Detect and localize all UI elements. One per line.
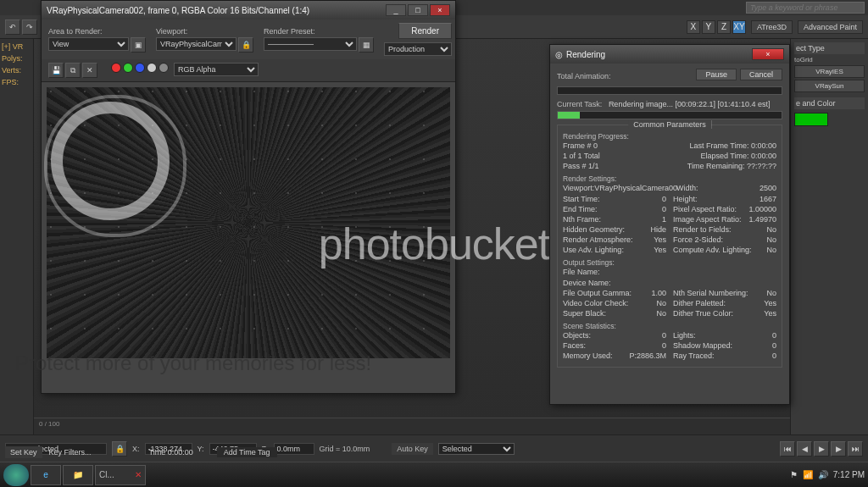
rendering-dialog[interactable]: ◎Rendering × Total Animation: Pause Canc…: [549, 44, 790, 405]
viewport-select[interactable]: VRayPhysicalCam: [156, 37, 236, 51]
minimize-icon[interactable]: _: [386, 4, 406, 16]
task-progress-bar: [557, 111, 782, 119]
command-panel: ect Type toGrid VRayIES VRaySun e and Co…: [790, 39, 868, 434]
taskbar-item[interactable]: Cl...✕: [95, 465, 146, 485]
preset-select[interactable]: ——————: [264, 37, 357, 51]
cancel-button[interactable]: Cancel: [740, 69, 782, 80]
taskbar-ie-icon[interactable]: e: [31, 465, 61, 485]
grid-label: Grid = 10.0mm: [320, 445, 370, 453]
name-color-header: e and Color: [794, 97, 865, 109]
object-type-header: ect Type: [794, 42, 865, 54]
pause-button[interactable]: Pause: [696, 69, 737, 80]
atree3d-button[interactable]: ATree3D: [751, 20, 793, 34]
region-icon[interactable]: ▣: [131, 37, 146, 53]
viewport-stats: [+] VR Polys: Verts: FPS:: [0, 39, 34, 434]
undo-icon[interactable]: ↶: [5, 19, 20, 35]
verts-label: Verts:: [2, 66, 31, 75]
axis-constraints[interactable]: XYZXY: [687, 20, 746, 34]
z-coord[interactable]: [274, 443, 314, 455]
taskbar-explorer-icon[interactable]: 📁: [63, 465, 93, 485]
next-frame-icon[interactable]: ▶: [831, 441, 846, 457]
green-channel-icon[interactable]: [123, 63, 133, 73]
channel-select[interactable]: RGB Alpha: [174, 63, 259, 76]
redo-icon[interactable]: ↷: [22, 19, 37, 35]
render-button[interactable]: Render: [398, 23, 452, 39]
timeline[interactable]: 0 / 100: [34, 418, 790, 434]
advanced-paint-button[interactable]: Advanced Paint: [798, 20, 863, 34]
tray-volume-icon[interactable]: 🔊: [818, 470, 828, 479]
vfb-title: VRayPhysicalCamera002, frame 0, RGBA Col…: [47, 6, 309, 15]
tray-network-icon[interactable]: 📶: [803, 470, 813, 479]
autokey-button[interactable]: Auto Key: [392, 443, 433, 455]
color-swatch[interactable]: [794, 113, 828, 126]
current-task: Rendering image... [00:09:22.1] [01:41:1…: [609, 100, 771, 108]
play-icon[interactable]: ▶: [814, 441, 829, 457]
close-icon[interactable]: ×: [752, 48, 784, 60]
alpha-channel-icon[interactable]: [147, 63, 157, 73]
key-filters-button[interactable]: Key Filters...: [49, 448, 92, 457]
tray-flag-icon[interactable]: ⚑: [790, 470, 798, 479]
render-preview: [47, 87, 450, 358]
rendering-titlebar[interactable]: ◎Rendering ×: [550, 45, 789, 64]
start-button[interactable]: [3, 464, 29, 486]
vrayies-button[interactable]: VRayIES: [794, 65, 865, 78]
common-parameters-group: Common Parameters Rendering Progress: Fr…: [557, 125, 782, 368]
status-row2: Set Key Key Filters... Time 0:00:00 Add …: [5, 446, 277, 458]
vfb-toolbar: 💾 ⧉ ✕ RGB Alpha: [42, 59, 455, 82]
total-progress-bar: [557, 86, 782, 95]
viewport-label: [+] VR: [2, 42, 31, 51]
key-mode-select[interactable]: Selected: [438, 443, 515, 455]
render-mode-select[interactable]: Production: [384, 42, 452, 56]
fps-label: FPS:: [2, 78, 31, 86]
close-icon[interactable]: ×: [430, 4, 450, 16]
polys-label: Polys:: [2, 54, 31, 63]
mono-channel-icon[interactable]: [159, 63, 169, 73]
tray-clock[interactable]: 7:12 PM: [833, 470, 865, 479]
add-time-tag[interactable]: Add Time Tag: [217, 447, 277, 457]
vray-frame-buffer-window[interactable]: VRayPhysicalCamera002, frame 0, RGBA Col…: [41, 0, 456, 394]
search-input[interactable]: [746, 2, 865, 14]
lock-viewport-icon[interactable]: 🔒: [238, 37, 253, 53]
system-tray[interactable]: ⚑ 📶 🔊 7:12 PM: [790, 470, 865, 479]
copy-icon[interactable]: ⧉: [65, 63, 81, 78]
setkey-button[interactable]: Set Key: [5, 446, 42, 458]
save-icon[interactable]: 💾: [48, 63, 64, 78]
preset-save-icon[interactable]: ▦: [359, 37, 374, 53]
goto-start-icon[interactable]: ⏮: [780, 441, 795, 457]
goto-end-icon[interactable]: ⏭: [848, 441, 863, 457]
prev-frame-icon[interactable]: ◀: [797, 441, 812, 457]
area-select[interactable]: View: [48, 37, 129, 51]
red-channel-icon[interactable]: [111, 63, 121, 73]
blue-channel-icon[interactable]: [135, 63, 145, 73]
vfb-titlebar[interactable]: VRayPhysicalCamera002, frame 0, RGBA Col…: [42, 1, 455, 19]
windows-taskbar[interactable]: e 📁 Cl...✕ ⚑ 📶 🔊 7:12 PM: [0, 462, 868, 487]
clone-icon[interactable]: ✕: [82, 63, 97, 78]
vraysun-button[interactable]: VRaySun: [794, 80, 865, 92]
maximize-icon[interactable]: □: [408, 4, 428, 16]
